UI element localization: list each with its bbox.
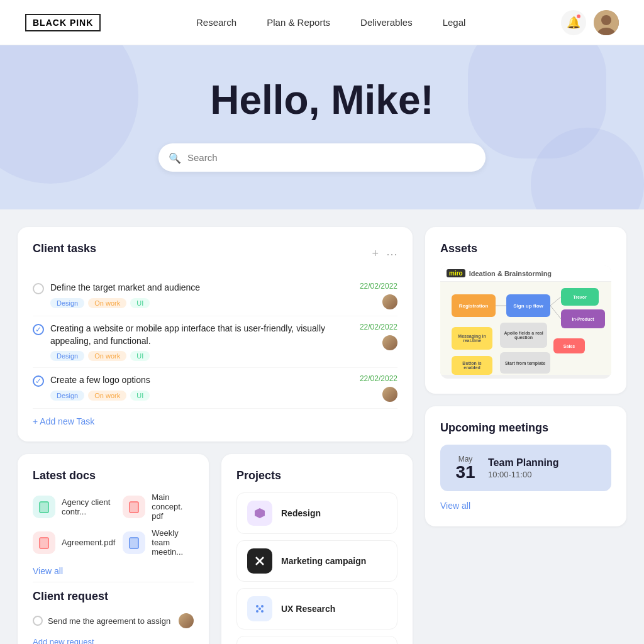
tag-design: Design (50, 298, 84, 308)
main-content: Client tasks + ⋯ Define the target marke… (0, 209, 644, 644)
left-column: Client tasks + ⋯ Define the target marke… (18, 227, 413, 644)
miro-logo: miro (447, 269, 465, 277)
project-name-1: Marketing campaign (281, 556, 366, 566)
svg-point-1 (601, 15, 611, 25)
svg-rect-3 (40, 502, 48, 513)
svg-line-26 (550, 306, 561, 319)
meetings-view-all[interactable]: View all (440, 501, 470, 511)
nav-legal[interactable]: Legal (443, 17, 466, 28)
table-row: ✓ Creating a website or mobile app inter… (33, 316, 397, 368)
tag-ui-2: UI (130, 351, 150, 361)
svg-rect-9 (130, 538, 138, 548)
task-actions: + ⋯ (372, 247, 397, 261)
project-name-2: UX Research (281, 604, 335, 614)
miro-canvas: Registration Sign up flow Trevor In-Prod… (440, 282, 611, 375)
list-item: Weekly team meetin... (123, 528, 194, 557)
task-body-1: Define the target market and audience De… (50, 282, 353, 308)
task-checkbox-3[interactable]: ✓ (33, 375, 44, 387)
list-item: Agreement.pdf (33, 528, 115, 557)
client-request-title: Client request (33, 590, 194, 603)
project-list: Redesign Marketing campaign (236, 492, 397, 644)
notification-button[interactable]: 🔔 (561, 10, 586, 35)
search-bar: 🔍 (158, 143, 486, 172)
projects-title: Projects (236, 469, 397, 482)
assets-title: Assets (440, 242, 611, 255)
svg-point-16 (256, 610, 258, 613)
doc-icon-3 (123, 531, 145, 554)
bottom-row: Latest docs Agency client contr... Main … (18, 454, 413, 644)
doc-name-3: Weekly team meetin... (152, 528, 194, 557)
task-body-2: Creating a website or mobile app interfa… (50, 323, 353, 361)
project-icon-redesign (247, 501, 272, 526)
assets-preview: miro Ideation & Brainstorming Registrati… (440, 265, 611, 379)
task-checkbox-2[interactable]: ✓ (33, 324, 44, 335)
nav-research[interactable]: Research (196, 17, 236, 28)
task-tags-2: Design On work UI (50, 351, 353, 361)
list-item: Best practices (236, 636, 397, 644)
svg-point-14 (256, 605, 258, 608)
docs-view-all[interactable]: View all (33, 566, 63, 576)
client-tasks-card: Client tasks + ⋯ Define the target marke… (18, 227, 413, 441)
task-meta-2: 22/02/2022 (360, 323, 397, 350)
search-input[interactable] (158, 143, 486, 172)
svg-rect-7 (40, 538, 48, 548)
header-right: 🔔 (561, 10, 619, 35)
tag-design-3: Design (50, 391, 84, 401)
list-item: Marketing campaign (236, 540, 397, 582)
task-header: Client tasks + ⋯ (33, 242, 397, 265)
task-date-3: 22/02/2022 (360, 374, 397, 383)
list-item: Redesign (236, 492, 397, 534)
nav-deliverables[interactable]: Deliverables (360, 17, 413, 28)
logo[interactable]: BLACK PINK (25, 14, 101, 31)
avatar[interactable] (594, 10, 619, 35)
nav-plan-reports[interactable]: Plan & Reports (267, 17, 330, 28)
miro-header: miro Ideation & Brainstorming (440, 265, 611, 282)
right-column: Assets miro Ideation & Brainstorming Reg… (425, 227, 626, 644)
task-text-3: Create a few logo options (50, 374, 353, 387)
add-request-button[interactable]: Add new request (33, 637, 94, 644)
miro-subtitle: Ideation & Brainstorming (469, 270, 552, 277)
task-tags-1: Design On work UI (50, 298, 353, 308)
svg-point-18 (258, 608, 261, 610)
svg-point-17 (261, 610, 264, 613)
task-date-1: 22/02/2022 (360, 282, 397, 291)
task-date-2: 22/02/2022 (360, 323, 397, 331)
meeting-time: 10:00-11:00 (488, 470, 559, 479)
doc-name-0: Agency client contr... (62, 497, 115, 516)
request-item: Send me the agreement to assign (33, 613, 194, 628)
table-row: ✓ Create a few logo options Design On wo… (33, 368, 397, 409)
tag-ui-3: UI (130, 391, 150, 401)
more-options-icon[interactable]: ⋯ (386, 247, 397, 261)
req-text: Send me the agreement to assign (48, 616, 170, 626)
client-request-section: Client request Send me the agreement to … (33, 590, 194, 644)
list-item: UX Research (236, 588, 397, 630)
svg-rect-5 (130, 502, 138, 513)
task-checkbox-1[interactable] (33, 283, 44, 294)
doc-name-2: Agreement.pdf (62, 538, 115, 547)
add-new-task-button[interactable]: + Add new Task (33, 416, 397, 426)
docs-grid: Agency client contr... Main concept. pdf… (33, 492, 194, 557)
meeting-day: 31 (453, 464, 478, 481)
task-avatar-2 (382, 335, 397, 350)
tag-onwork-2: On work (88, 351, 126, 361)
projects-card: Projects Redesign Marketing (221, 454, 413, 644)
upcoming-meetings-card: Upcoming meetings May 31 Team Planning 1… (425, 406, 626, 526)
meeting-date-box: May 31 (453, 455, 478, 481)
task-avatar-3 (382, 387, 397, 402)
hero-section: Hello, Mike! 🔍 (0, 45, 644, 209)
doc-icon-2 (33, 531, 55, 554)
hero-greeting: Hello, Mike! (25, 77, 619, 123)
upcoming-meetings-title: Upcoming meetings (440, 421, 611, 435)
task-body-3: Create a few logo options Design On work… (50, 374, 353, 401)
req-checkbox[interactable] (33, 616, 43, 626)
svg-line-25 (550, 297, 561, 306)
add-task-icon[interactable]: + (372, 247, 379, 261)
meeting-item: May 31 Team Planning 10:00-11:00 (440, 445, 611, 491)
tag-onwork-3: On work (88, 391, 126, 401)
list-item: Main concept. pdf (123, 492, 194, 521)
task-text-1: Define the target market and audience (50, 282, 353, 294)
list-item: Agency client contr... (33, 492, 115, 521)
tag-onwork: On work (88, 298, 126, 308)
assets-card: Assets miro Ideation & Brainstorming Reg… (425, 227, 626, 394)
main-nav: Research Plan & Reports Deliverables Leg… (196, 17, 465, 28)
